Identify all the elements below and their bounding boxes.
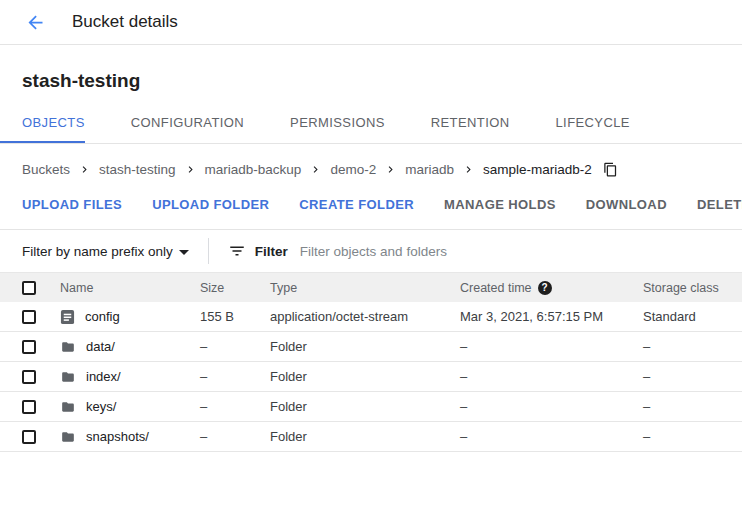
object-type: Folder [270, 399, 460, 414]
object-name-link[interactable]: snapshots/ [86, 429, 149, 444]
object-storage-class: – [643, 399, 742, 414]
table-row: keys/ – Folder – – [0, 392, 742, 422]
filter-scope-dropdown[interactable]: Filter by name prefix only [22, 244, 189, 259]
object-created-time: – [460, 399, 643, 414]
object-type: application/octet-stream [270, 309, 460, 324]
object-type: Folder [270, 339, 460, 354]
copy-path-button[interactable] [603, 162, 618, 177]
tab-bar: OBJECTS CONFIGURATION PERMISSIONS RETENT… [0, 105, 742, 144]
object-created-time: – [460, 339, 643, 354]
bucket-name-title: stash-testing [0, 45, 742, 105]
column-header-type: Type [270, 281, 460, 295]
object-storage-class: – [643, 429, 742, 444]
create-folder-button[interactable]: CREATE FOLDER [299, 197, 414, 212]
chevron-right-icon [184, 163, 197, 176]
download-button[interactable]: DOWNLOAD [586, 197, 667, 212]
file-icon [60, 309, 75, 325]
object-created-time: – [460, 429, 643, 444]
manage-holds-button[interactable]: MANAGE HOLDS [444, 197, 556, 212]
object-name-link[interactable]: index/ [86, 369, 121, 384]
object-size: – [200, 399, 270, 414]
object-actions-toolbar: UPLOAD FILES UPLOAD FOLDER CREATE FOLDER… [0, 190, 742, 229]
row-checkbox[interactable] [22, 340, 36, 354]
chevron-right-icon [462, 163, 475, 176]
folder-icon [60, 400, 76, 414]
breadcrumb-item-mariadb[interactable]: mariadb [405, 162, 454, 177]
upload-folder-button[interactable]: UPLOAD FOLDER [152, 197, 269, 212]
object-type: Folder [270, 429, 460, 444]
row-checkbox[interactable] [22, 400, 36, 414]
breadcrumb-item-mariadb-backup[interactable]: mariadb-backup [205, 162, 302, 177]
chevron-right-icon [78, 163, 91, 176]
column-header-created-time: Created time [460, 281, 532, 295]
filter-list-icon [228, 242, 246, 260]
folder-icon [60, 370, 76, 384]
column-header-storage-class: Storage class [643, 281, 742, 295]
object-size: – [200, 339, 270, 354]
upload-files-button[interactable]: UPLOAD FILES [22, 197, 122, 212]
delete-button[interactable]: DELETE [697, 197, 742, 212]
breadcrumb-item-current: sample-mariadb-2 [483, 162, 592, 177]
chevron-right-icon [309, 163, 322, 176]
object-name-link[interactable]: data/ [86, 339, 115, 354]
topbar: Bucket details [0, 0, 742, 45]
tab-objects[interactable]: OBJECTS [0, 105, 85, 143]
table-row: snapshots/ – Folder – – [0, 422, 742, 452]
object-type: Folder [270, 369, 460, 384]
select-all-checkbox[interactable] [22, 281, 36, 295]
tab-retention[interactable]: RETENTION [431, 105, 510, 143]
dropdown-arrow-icon [179, 250, 189, 255]
object-size: – [200, 369, 270, 384]
column-header-name: Name [60, 281, 93, 295]
object-size: 155 B [200, 309, 270, 324]
breadcrumb-item-demo-2[interactable]: demo-2 [330, 162, 376, 177]
tab-permissions[interactable]: PERMISSIONS [290, 105, 385, 143]
row-checkbox[interactable] [22, 310, 36, 324]
table-header-row: Name Size Type Created time ? Storage cl… [0, 272, 742, 302]
table-row: index/ – Folder – – [0, 362, 742, 392]
breadcrumb-item-bucket[interactable]: stash-testing [99, 162, 176, 177]
tab-lifecycle[interactable]: LIFECYCLE [555, 105, 629, 143]
breadcrumb: Buckets stash-testing mariadb-backup dem… [0, 144, 742, 190]
object-storage-class: – [643, 339, 742, 354]
column-header-size: Size [200, 281, 270, 295]
filter-bar: Filter by name prefix only Filter [0, 229, 742, 272]
arrow-back-icon [25, 12, 46, 33]
table-row: data/ – Folder – – [0, 332, 742, 362]
filter-label: Filter [255, 244, 288, 259]
chevron-right-icon [384, 163, 397, 176]
row-checkbox[interactable] [22, 430, 36, 444]
folder-icon [60, 340, 76, 354]
folder-icon [60, 430, 76, 444]
table-row: config 155 B application/octet-stream Ma… [0, 302, 742, 332]
filter-scope-label: Filter by name prefix only [22, 244, 173, 259]
object-size: – [200, 429, 270, 444]
content-copy-icon [603, 162, 618, 177]
object-storage-class: – [643, 369, 742, 384]
back-button[interactable] [24, 11, 46, 33]
object-created-time: Mar 3, 2021, 6:57:15 PM [460, 309, 643, 324]
object-name-link[interactable]: config [85, 309, 120, 324]
row-checkbox[interactable] [22, 370, 36, 384]
object-storage-class: Standard [643, 309, 742, 324]
breadcrumb-item-buckets[interactable]: Buckets [22, 162, 70, 177]
object-created-time: – [460, 369, 643, 384]
tab-configuration[interactable]: CONFIGURATION [131, 105, 244, 143]
object-name-link[interactable]: keys/ [86, 399, 116, 414]
vertical-divider [208, 238, 209, 264]
help-icon[interactable]: ? [538, 281, 552, 295]
filter-objects-input[interactable] [300, 244, 720, 259]
page-title: Bucket details [72, 12, 178, 32]
